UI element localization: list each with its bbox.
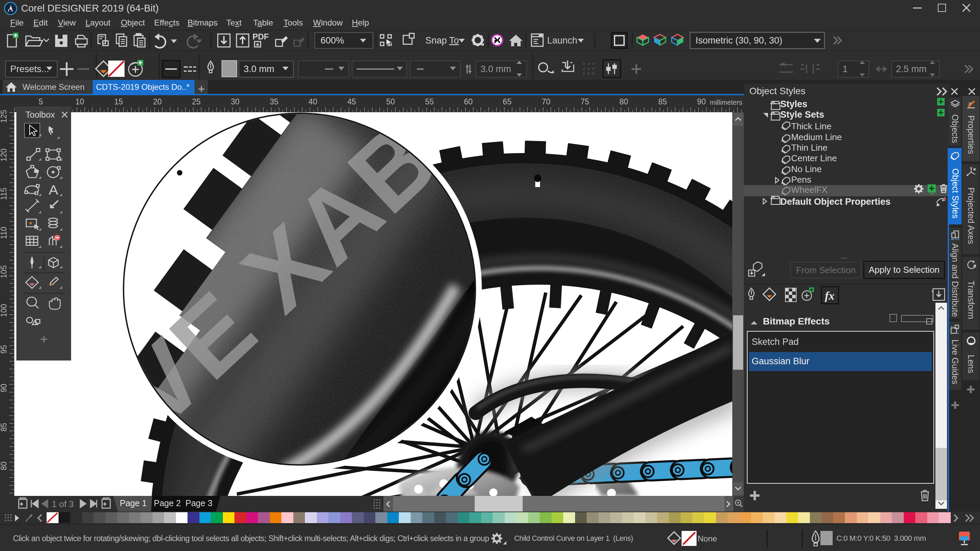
svg-text:1: 1 [843,64,848,74]
svg-text:Launch: Launch [547,35,578,46]
svg-text:3.0 mm: 3.0 mm [480,64,511,74]
svg-text:Presets...: Presets... [10,64,49,74]
svg-text:1 of 3: 1 of 3 [52,499,74,509]
svg-text:2.5 mm: 2.5 mm [896,64,927,74]
svg-text:3.0 mm: 3.0 mm [243,64,274,74]
svg-text:PDF: PDF [253,32,269,41]
svg-text:600%: 600% [321,35,344,46]
svg-text:fx: fx [825,289,834,302]
svg-text:Snap To: Snap To [425,35,459,46]
svg-text:A: A [49,182,59,198]
svg-text:Isometric (30, 90, 30): Isometric (30, 90, 30) [695,35,782,46]
